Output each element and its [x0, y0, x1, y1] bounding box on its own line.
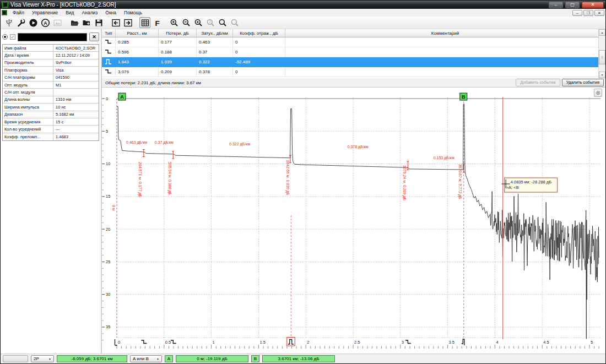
chart-corner-icon[interactable]: ⊗ [594, 89, 602, 97]
property-row: Платформа Visa [3, 67, 99, 74]
grid-icon[interactable] [139, 17, 150, 28]
svg-text:>А; <В: >А; <В [506, 185, 519, 190]
property-label: Платформа [3, 67, 53, 73]
font-f-icon[interactable]: F [152, 17, 163, 28]
bottom-event-end-icon[interactable] [462, 339, 464, 345]
table-scrollbar[interactable]: ▲ ≡ ▼ [598, 29, 605, 78]
totals-text: Общие потери: 2.231 дБ; длина линии: 3.6… [105, 80, 201, 85]
svg-text:0.5: 0.5 [165, 340, 171, 345]
mode-select[interactable]: 2P ▼ [31, 355, 54, 362]
property-value: КОСТЬКОВО_2.SOR [53, 46, 99, 51]
splice-event-icon [105, 68, 112, 76]
marker-b-badge: B [251, 355, 259, 362]
zoom-out-icon[interactable] [181, 17, 192, 28]
svg-text:4.5: 4.5 [543, 340, 549, 345]
image-icon[interactable] [52, 17, 63, 28]
trace-color-swatch[interactable] [18, 33, 87, 41]
menu-item-2[interactable]: Вид [62, 9, 78, 16]
property-row: Длина волны 1310 нм [3, 96, 99, 104]
property-value: Visa [53, 68, 99, 73]
svg-text:20: 20 [106, 227, 110, 232]
event-row[interactable]: 0.285 0.177 0.463 0 [102, 37, 605, 47]
scroll-up-icon[interactable]: ▲ [599, 29, 605, 36]
slope-label: 0.463 дБ/км [126, 140, 147, 145]
play-icon[interactable] [28, 17, 39, 28]
column-header: Коэфф. отраж., дБ [233, 29, 285, 37]
mdi-minimize-button[interactable]: – [572, 10, 582, 16]
minimize-button[interactable]: – [549, 2, 563, 8]
property-value: 15 с [53, 119, 99, 124]
svg-text:4.0835 км; -28.288 дБ: 4.0835 км; -28.288 дБ [511, 180, 552, 184]
menu-item-0[interactable]: Файл [9, 9, 28, 16]
property-label: Имя файла [3, 45, 53, 51]
properties-table: Имя файла КОСТЬКОВО_2.SOR Дата / время 1… [2, 44, 99, 141]
bottom-event-start-icon[interactable] [115, 339, 117, 345]
blank-button[interactable] [3, 355, 28, 362]
svg-text:2: 2 [209, 20, 211, 24]
svg-text:5: 5 [591, 340, 593, 345]
property-value: --- [53, 127, 99, 132]
window-title: Visa Viewer X-Pro - [КОСТЬКОВО_2.SOR] [10, 2, 116, 8]
menu-item-5[interactable]: Помощь [120, 9, 146, 16]
event-row[interactable]: 1.843 1.039 0.322 -52.489 [102, 57, 605, 67]
cursor-select[interactable]: А или В ▼ [130, 355, 162, 362]
marker-a-badge: A [165, 355, 173, 362]
events-header: ТипРасст., кмПотери, дБЗатух., дБ/кмКоэф… [102, 29, 605, 37]
folder-export-icon[interactable] [81, 17, 92, 28]
events-table: ТипРасст., кмПотери, дБЗатух., дБ/кмКоэф… [102, 29, 605, 78]
otdr-chart[interactable]: 0510152025303500.511.522.533.544.550.463… [102, 88, 605, 354]
property-label: Время усреднения [3, 118, 53, 125]
property-value: 1310 нм [53, 97, 99, 102]
bottom-event-pulse-icon[interactable] [287, 338, 295, 346]
close-button[interactable]: ✕ [582, 2, 604, 8]
search-icon[interactable] [217, 17, 228, 28]
zoom-back-icon[interactable]: 2 [205, 17, 216, 28]
zoom-window-icon[interactable] [193, 17, 204, 28]
zoom-in-icon[interactable] [169, 17, 180, 28]
arrow-right-icon[interactable] [122, 17, 133, 28]
menu-item-3[interactable]: Анализ [78, 9, 102, 16]
maximize-button[interactable]: ▢ [565, 2, 580, 8]
folder-open-icon[interactable] [69, 17, 80, 28]
event-row[interactable]: 0.596 0.188 0.37 0 [102, 47, 605, 57]
chevron-down-icon: ▼ [48, 357, 51, 361]
svg-text:4: 4 [496, 340, 498, 345]
document-icon [2, 10, 7, 15]
autoanalyze-icon[interactable]: A [40, 17, 51, 28]
mdi-restore-button[interactable]: ❐ [583, 10, 593, 16]
svg-text:A: A [44, 20, 47, 25]
usb-connect-icon[interactable] [3, 17, 14, 28]
event-reflectance: -52.489 [233, 57, 285, 67]
event-distance: 3.079 [116, 67, 159, 77]
close-trace-button[interactable]: ✕ [89, 32, 99, 41]
event-loss: 1.039 [159, 57, 197, 67]
menu-item-4[interactable]: Окна [101, 9, 120, 16]
slope-label: 0.37 дБ/км [155, 140, 174, 145]
search-alt-icon[interactable] [229, 17, 240, 28]
scroll-thumb[interactable]: ≡ [599, 50, 605, 64]
marker-a[interactable]: A [118, 93, 126, 100]
arrow-left-icon[interactable] [110, 17, 121, 28]
save-icon[interactable] [93, 17, 104, 28]
event-row[interactable]: 3.079 0.209 0.378 0 [102, 67, 605, 77]
column-header: Потери, дБ [159, 29, 197, 37]
menu-bar: ФайлУправлениеВидАнализОкнаПомощь –❐✕ [1, 9, 605, 17]
property-row: С/Н опт. модуля [3, 89, 99, 96]
otdr-trace-svg[interactable]: 0510152025303500.511.522.533.544.550.463… [102, 88, 606, 355]
status-bar: 2P ▼ -6.059 дБ; 3.6701 км А или В ▼ A 0 … [1, 354, 605, 363]
property-label: Коэфф. преломл... [3, 133, 53, 140]
wrench-icon[interactable] [15, 17, 26, 28]
add-event-button[interactable]: Добавить событие [516, 79, 560, 86]
menu-item-1[interactable]: Управление [28, 9, 62, 16]
event-comment [285, 37, 605, 47]
marker-b[interactable]: B [460, 93, 467, 100]
bottom-event-step-icon[interactable] [171, 340, 176, 344]
scroll-down-icon[interactable]: ▼ [599, 72, 605, 78]
mdi-close-button[interactable]: ✕ [594, 10, 604, 16]
bottom-event-step-icon[interactable] [405, 340, 411, 344]
trace-radio[interactable] [2, 34, 8, 40]
event-attenuation: 0.378 [197, 67, 233, 77]
delete-event-button[interactable]: Удалить события [562, 79, 604, 86]
trace-checkbox[interactable]: ✓ [10, 34, 15, 40]
bottom-event-step-icon[interactable] [141, 340, 147, 344]
